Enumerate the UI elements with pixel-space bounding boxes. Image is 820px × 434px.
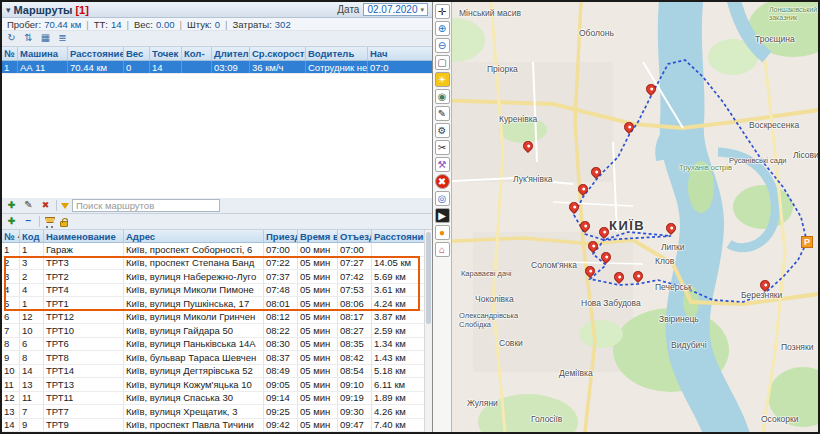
route-row[interactable]: 1АА 1170.44 км01403:0936 км/чСотрудник н… [2, 61, 432, 74]
cell: 09:10 [338, 378, 372, 391]
column-header-7[interactable]: Отъезд [338, 230, 372, 242]
cell: 05 мин [298, 270, 338, 283]
map-marker-pin[interactable] [578, 184, 588, 197]
point-row[interactable]: 137ТРТ7Київ, вулиця Хрещатик, 309:2505 м… [2, 405, 432, 419]
map-marker-pin[interactable] [591, 167, 601, 180]
column-header-3[interactable]: Наименование [44, 230, 124, 242]
point-row[interactable]: 86ТРТ6Київ, вулиця Паньківська 14А08:300… [2, 338, 432, 352]
cell [182, 61, 212, 73]
map-marker-pin[interactable] [580, 221, 590, 234]
scissors-icon[interactable]: ✂ [435, 140, 450, 155]
filter-funnel-icon[interactable] [61, 203, 69, 209]
marker-icon[interactable]: ◎ [435, 191, 450, 206]
map-marker-pin[interactable] [614, 272, 624, 285]
map-marker-pin[interactable] [624, 122, 634, 135]
eye-icon[interactable]: ◉ [435, 89, 450, 104]
calendar-dropdown-icon[interactable]: ▾ [420, 6, 424, 14]
gear-icon[interactable]: ⚙ [435, 123, 450, 138]
pencil-icon[interactable]: ✎ [435, 106, 450, 121]
map-marker-pin[interactable] [646, 84, 656, 97]
map-marker-pin[interactable] [601, 252, 611, 265]
record-icon[interactable]: ● [435, 225, 450, 240]
point-row[interactable]: 710ТРТ10Київ, вулиця Гайдара 5008:2205 м… [2, 324, 432, 338]
column-header-5[interactable]: Приезд [264, 230, 298, 242]
stat-value: 14 [111, 19, 122, 30]
column-header-1[interactable]: №▲ [2, 230, 20, 242]
cart-icon[interactable] [44, 216, 56, 228]
map-place-label: КИЇВ [609, 218, 645, 233]
tools-icon[interactable]: ⚒ [435, 157, 450, 172]
map-marker-pin[interactable] [599, 227, 609, 240]
zoom-in-icon[interactable]: ⊕ [435, 21, 450, 36]
column-header-7[interactable]: Длител [212, 47, 250, 60]
menu-icon[interactable]: ≣ [56, 32, 69, 45]
cell: 5 [2, 297, 20, 310]
panel-title: Маршруты [14, 4, 73, 16]
cell: 05 мин [298, 365, 338, 378]
cell: ТРТ8 [44, 351, 124, 364]
columns-icon[interactable]: ▦ [39, 32, 52, 45]
minus-icon[interactable]: − [22, 215, 35, 228]
date-input[interactable]: 02.07.2020 ▾ [363, 3, 428, 16]
plus-icon[interactable]: ✚ [5, 215, 18, 228]
point-row[interactable]: 1014ТРТ14Київ, вулиця Дегтярівська 5208:… [2, 365, 432, 379]
map-place-label: Караваєві дачі [461, 270, 525, 279]
collapse-icon[interactable]: ▾ [6, 5, 11, 15]
map-marker-pin[interactable] [585, 266, 595, 279]
point-row[interactable]: 32ТРТ2Київ, вулиця Набережно-Луго07:3705… [2, 270, 432, 284]
cell: 05 мин [298, 284, 338, 297]
sun-icon[interactable]: ☀ [435, 72, 450, 87]
point-row[interactable]: 612ТРТ12Київ, вулиця Миколи Гринчен08:12… [2, 311, 432, 325]
edit-icon[interactable]: ✎ [22, 199, 35, 212]
column-header-6[interactable]: Кол- [182, 47, 212, 60]
home-icon[interactable]: ⌂ [435, 242, 450, 257]
column-header-1[interactable]: № [2, 47, 18, 60]
map-panel[interactable]: Мінський масивОболоньТроєщинаЛоншаківськ… [433, 2, 818, 432]
pan-icon[interactable]: ✛ [435, 4, 450, 19]
point-row[interactable]: 11ГаражКиїв, проспект Соборності, 607:00… [2, 243, 432, 257]
column-header-2[interactable]: Код [20, 230, 44, 242]
search-input[interactable] [72, 199, 220, 212]
play-icon[interactable]: ▶ [435, 208, 450, 223]
column-header-2[interactable]: Машина [18, 47, 68, 60]
map-marker-pin[interactable] [760, 280, 770, 293]
add-icon[interactable]: ✚ [5, 199, 18, 212]
column-header-5[interactable]: Точек [150, 47, 182, 60]
map-marker-pin[interactable] [633, 271, 643, 284]
parking-marker[interactable]: P [801, 236, 813, 248]
column-header-9[interactable]: Водитель [306, 47, 368, 60]
column-header-4[interactable]: Адрес [124, 230, 264, 242]
column-header-4[interactable]: Вес [124, 47, 150, 60]
points-scrollbar[interactable] [424, 230, 432, 432]
point-row[interactable]: 51ТРТ1Київ, вулиця Пушкінська, 1708:0105… [2, 297, 432, 311]
cell: 14.05 км [372, 257, 432, 270]
lock-icon[interactable] [60, 221, 68, 227]
refresh-icon[interactable]: ↻ [5, 32, 18, 45]
select-area-icon[interactable]: ▢ [435, 55, 450, 70]
point-row[interactable]: 149ТРТ9Київ, проспект Павла Тичини09:420… [2, 419, 432, 433]
zoom-out-icon[interactable]: ⊖ [435, 38, 450, 53]
delete-icon[interactable]: ✖ [435, 174, 450, 189]
stat-separator: | [86, 19, 88, 30]
column-header-8[interactable]: Ср.скорость [250, 47, 306, 60]
map-marker-pin[interactable] [588, 241, 598, 254]
map-marker-pin[interactable] [569, 202, 579, 215]
cell: ТРТ10 [44, 324, 124, 337]
map-marker-pin[interactable] [666, 223, 676, 236]
point-row[interactable]: 1211ТРТ11Київ, вулиця Спаська 3009:1405 … [2, 392, 432, 406]
column-header-10[interactable]: Нач [368, 47, 432, 60]
map-place-label: Позняки [781, 342, 813, 352]
point-row[interactable]: 23ТРТ3Київ, проспект Степана Банд07:2205… [2, 257, 432, 271]
column-header-8[interactable]: Расстояние [372, 230, 432, 242]
point-row[interactable]: 44ТРТ4Київ, вулиця Миколи Пимоне07:4805 … [2, 284, 432, 298]
column-header-3[interactable]: Расстояние [68, 47, 124, 60]
map-marker-pin[interactable] [523, 141, 533, 154]
column-header-6[interactable]: Время в [298, 230, 338, 242]
scrollbar-thumb[interactable] [426, 232, 431, 324]
cell: 07:42 [338, 270, 372, 283]
delete-icon[interactable]: ✖ [39, 199, 52, 212]
cell: Київ, вулиця Набережно-Луго [124, 270, 264, 283]
sort-icon[interactable]: ⇅ [22, 32, 35, 45]
point-row[interactable]: 1113ТРТ13Київ, вулиця Кожум'яцька 1009:0… [2, 378, 432, 392]
point-row[interactable]: 98ТРТ8Київ, бульвар Тараса Шевчен08:3705… [2, 351, 432, 365]
